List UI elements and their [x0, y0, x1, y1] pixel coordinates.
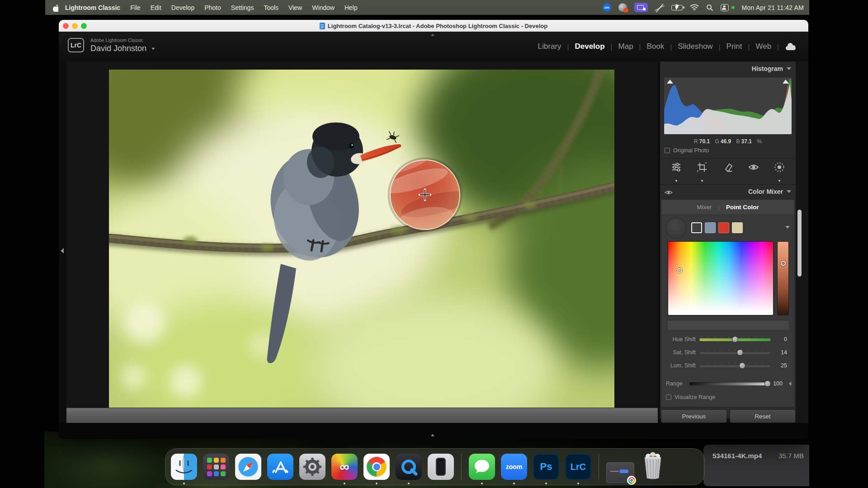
- range-thumb[interactable]: [764, 380, 771, 387]
- menu-item-edit[interactable]: Edit: [146, 4, 166, 11]
- original-photo-checkbox[interactable]: [665, 148, 670, 153]
- range-label: Range: [666, 380, 689, 387]
- original-photo-row[interactable]: Original Photo: [665, 147, 709, 154]
- hue-shift-slider[interactable]: [699, 338, 771, 341]
- panel-scrollbar[interactable]: [797, 210, 802, 277]
- lum-shift-thumb[interactable]: [739, 362, 745, 369]
- point-color-swatch-4[interactable]: [732, 222, 743, 233]
- cloud-sync-icon[interactable]: [785, 43, 797, 50]
- dock-icon-iphone-mirroring[interactable]: [428, 454, 454, 480]
- menu-item-window[interactable]: Window: [307, 4, 340, 11]
- color-mixer-collapse-icon[interactable]: [787, 190, 791, 193]
- spotlight-search-icon[interactable]: [706, 4, 713, 11]
- dock-icon-messages[interactable]: [469, 454, 495, 480]
- dock-icon-launchpad[interactable]: [203, 454, 229, 480]
- chrome-badge-icon: [627, 476, 636, 485]
- reset-button[interactable]: Reset: [730, 409, 796, 423]
- hue-shift-thumb[interactable]: [732, 336, 738, 343]
- highlight-clipping-icon[interactable]: [783, 80, 789, 84]
- hue-shift-value: 0: [784, 336, 787, 343]
- module-book[interactable]: Book: [647, 42, 665, 51]
- module-library[interactable]: Library: [538, 42, 561, 51]
- histogram-box[interactable]: [664, 77, 792, 135]
- dock-icon-chrome[interactable]: [363, 454, 390, 480]
- zoom-status-icon[interactable]: zm: [603, 3, 611, 12]
- visualize-range-checkbox[interactable]: [666, 394, 671, 400]
- point-color-swatch-3[interactable]: [718, 222, 729, 233]
- dock-icon-lightroom-classic[interactable]: LrC: [565, 454, 591, 480]
- tab-mixer[interactable]: Mixer: [697, 204, 712, 211]
- apple-icon[interactable]: [52, 4, 58, 12]
- range-expand-icon[interactable]: [789, 381, 792, 386]
- tab-separator: |: [718, 204, 720, 211]
- background-file-window[interactable]: …… 534161-4K.mp4 35.7 MB: [703, 445, 809, 486]
- hue-saturation-gradient[interactable]: [668, 241, 774, 315]
- color-mixer-eye-icon[interactable]: [665, 190, 673, 195]
- module-separator: |: [639, 43, 641, 51]
- menu-item-file[interactable]: File: [125, 4, 146, 11]
- module-develop[interactable]: Develop: [575, 42, 604, 51]
- basic-adjust-icon[interactable]: [666, 161, 686, 183]
- module-print[interactable]: Print: [726, 42, 742, 51]
- dock-icon-app-store[interactable]: [267, 454, 293, 480]
- sat-shift-slider[interactable]: [699, 351, 771, 354]
- pencil-slash-icon[interactable]: [655, 3, 664, 12]
- hue-sat-selection-dot[interactable]: [677, 268, 682, 273]
- color-mixer-header[interactable]: Color Mixer: [748, 188, 791, 195]
- menu-item-tools[interactable]: Tools: [259, 4, 283, 11]
- dock-icon-quicktime[interactable]: [396, 454, 422, 480]
- dock-icon-trash[interactable]: [640, 454, 665, 480]
- sat-shift-thumb[interactable]: [737, 349, 743, 356]
- tool-active-dot: [701, 180, 703, 182]
- luminance-bar[interactable]: [777, 241, 789, 315]
- screen-sharing-icon[interactable]: [634, 3, 648, 12]
- histogram-header[interactable]: Histogram: [752, 65, 791, 72]
- filmstrip-reveal-icon[interactable]: [431, 434, 434, 436]
- creative-cloud-status-icon[interactable]: [618, 3, 627, 12]
- dock-icon-zoom[interactable]: zoom: [501, 454, 527, 480]
- red-eye-icon[interactable]: [744, 161, 764, 183]
- swatch-options-icon[interactable]: [785, 226, 790, 229]
- menu-item-photo[interactable]: Photo: [199, 4, 226, 11]
- menu-item-view[interactable]: View: [283, 4, 307, 11]
- left-panel-reveal-icon[interactable]: [61, 248, 64, 253]
- top-panel-collapse-icon[interactable]: [431, 34, 434, 36]
- photo-bird-on-branch[interactable]: [109, 70, 614, 408]
- lum-shift-slider[interactable]: [699, 364, 771, 367]
- histogram-collapse-icon[interactable]: [787, 67, 791, 70]
- module-web[interactable]: Web: [755, 42, 771, 51]
- menu-item-develop[interactable]: Develop: [166, 4, 199, 11]
- menu-item-settings[interactable]: Settings: [226, 4, 259, 11]
- dock-minimized-window[interactable]: [606, 462, 634, 483]
- point-color-swatch-1[interactable]: [691, 222, 702, 233]
- tab-point-color[interactable]: Point Color: [726, 204, 759, 211]
- range-slider[interactable]: [689, 382, 770, 385]
- module-slideshow[interactable]: Slideshow: [678, 42, 713, 51]
- menu-item-app[interactable]: Lightroom Classic: [60, 4, 125, 11]
- point-color-swatch-2[interactable]: [705, 222, 716, 233]
- fast-user-switch-icon[interactable]: [721, 4, 729, 11]
- identity-dropdown-icon[interactable]: [151, 47, 155, 50]
- module-map[interactable]: Map: [618, 42, 633, 51]
- masking-icon[interactable]: [769, 161, 789, 183]
- original-photo-label: Original Photo: [673, 147, 709, 154]
- dock-icon-finder[interactable]: [171, 454, 197, 480]
- dock-icon-system-settings[interactable]: [299, 454, 326, 480]
- luminance-selection-dot[interactable]: [781, 261, 786, 266]
- identity-plate[interactable]: David Johnston: [90, 44, 156, 53]
- previous-button[interactable]: Previous: [661, 409, 727, 423]
- dock-icon-safari[interactable]: [235, 454, 261, 480]
- battery-charging-icon[interactable]: [671, 5, 683, 10]
- dock-icon-photoshop[interactable]: Ps: [533, 454, 559, 480]
- visualize-range-row[interactable]: Visualize Range: [666, 394, 715, 400]
- menu-item-help[interactable]: Help: [340, 4, 363, 11]
- heal-icon[interactable]: [718, 161, 738, 183]
- menubar-clock[interactable]: Mon Apr 21 11:42 AM: [742, 4, 804, 11]
- shadow-clipping-icon[interactable]: [667, 80, 673, 84]
- crop-icon[interactable]: [692, 161, 712, 183]
- bottom-toolbar[interactable]: [66, 408, 658, 423]
- wifi-icon[interactable]: [690, 4, 699, 11]
- point-color-sample-circle[interactable]: [666, 218, 687, 239]
- dock-icon-adobe-creative-cloud[interactable]: ∞: [331, 454, 358, 480]
- window-titlebar[interactable]: Lightroom Catalog-v13-3.lrcat - Adobe Ph…: [59, 20, 808, 32]
